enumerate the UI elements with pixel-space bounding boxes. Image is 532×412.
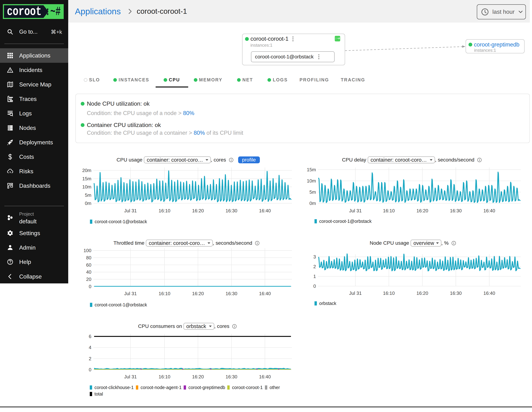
svg-text:16:20: 16:20 — [192, 291, 204, 296]
svg-text:16:20: 16:20 — [416, 208, 428, 213]
svg-text:100: 100 — [84, 248, 91, 253]
svg-text:15m: 15m — [307, 167, 316, 172]
svg-text:15m: 15m — [82, 176, 91, 181]
svg-text:16:10: 16:10 — [159, 374, 170, 379]
svg-text:16:30: 16:30 — [450, 208, 462, 213]
svg-text:20m: 20m — [82, 168, 91, 173]
svg-text:4: 4 — [89, 345, 91, 350]
svg-text:16:10: 16:10 — [159, 208, 170, 213]
svg-text:20: 20 — [86, 277, 91, 282]
svg-text:Jul 31: Jul 31 — [349, 208, 361, 213]
svg-text:Jul 31: Jul 31 — [124, 208, 137, 213]
svg-text:0: 0 — [314, 283, 316, 289]
svg-text:0m: 0m — [85, 201, 91, 206]
svg-text:16:40: 16:40 — [483, 290, 495, 296]
svg-text:16:10: 16:10 — [159, 291, 170, 296]
svg-text:16:40: 16:40 — [259, 208, 271, 213]
svg-text:10m: 10m — [82, 184, 91, 189]
svg-text:16:30: 16:30 — [450, 290, 462, 296]
svg-text:Jul 31: Jul 31 — [124, 291, 137, 296]
svg-text:16:20: 16:20 — [416, 290, 428, 296]
svg-text:5m: 5m — [309, 189, 316, 195]
svg-text:0: 0 — [89, 284, 91, 289]
svg-text:16:10: 16:10 — [383, 208, 395, 213]
svg-text:16:20: 16:20 — [192, 374, 204, 379]
svg-text:16:30: 16:30 — [226, 374, 237, 379]
svg-text:10m: 10m — [307, 178, 316, 184]
svg-text:16:40: 16:40 — [483, 208, 495, 213]
svg-text:Jul 31: Jul 31 — [349, 290, 361, 296]
svg-text:6: 6 — [89, 334, 91, 339]
svg-text:60: 60 — [86, 262, 91, 268]
svg-text:16:40: 16:40 — [259, 374, 271, 379]
svg-text:16:40: 16:40 — [259, 291, 271, 296]
svg-text:1: 1 — [314, 274, 316, 279]
svg-text:0m: 0m — [309, 201, 316, 206]
svg-text:16:30: 16:30 — [226, 208, 237, 213]
svg-text:3: 3 — [314, 254, 316, 260]
svg-text:2: 2 — [89, 356, 91, 361]
svg-text:16:30: 16:30 — [226, 291, 237, 296]
svg-text:16:20: 16:20 — [192, 208, 204, 213]
svg-text:16:10: 16:10 — [383, 290, 395, 296]
svg-text:Jul 31: Jul 31 — [124, 374, 137, 379]
svg-text:0: 0 — [89, 367, 91, 372]
svg-text:80: 80 — [86, 255, 91, 261]
svg-text:2: 2 — [314, 264, 316, 269]
svg-text:40: 40 — [86, 269, 91, 275]
svg-text:5m: 5m — [85, 192, 91, 198]
